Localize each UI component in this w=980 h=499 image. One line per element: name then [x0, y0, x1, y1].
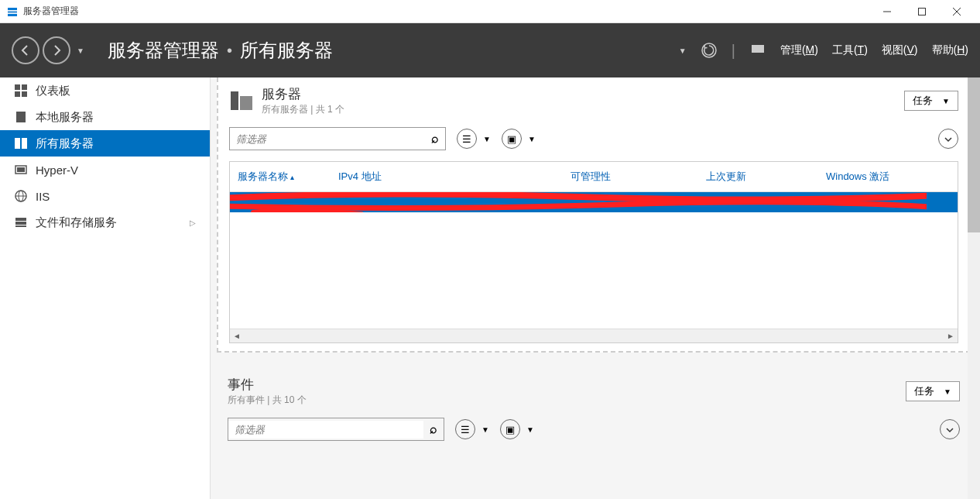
sidebar-item-label: 文件和存储服务 — [36, 215, 117, 230]
sidebar: 仪表板 本地服务器 所有服务器 Hyper-V IIS 文件和存储服务 ▷ — [0, 77, 211, 499]
app-icon — [6, 5, 19, 18]
search-icon[interactable]: ⌕ — [423, 422, 444, 436]
scrollbar-thumb[interactable] — [968, 77, 980, 232]
svg-rect-23 — [231, 91, 238, 110]
horizontal-scrollbar[interactable]: ◄ ► — [230, 329, 958, 342]
window-title: 服务器管理器 — [23, 5, 869, 18]
svg-rect-21 — [15, 222, 26, 225]
svg-rect-0 — [8, 8, 17, 10]
events-subtitle: 所有事件 | 共 10 个 — [228, 394, 906, 407]
servers-icon — [14, 136, 28, 150]
svg-rect-12 — [16, 112, 26, 122]
header-bar: ▼ 服务器管理器 • 所有服务器 ▼ | 管理(M) 工具(T) 视图(V) 帮… — [0, 23, 980, 77]
tools-menu[interactable]: 工具(T) — [832, 43, 868, 57]
svg-rect-13 — [15, 138, 20, 149]
breadcrumb-current: 所有服务器 — [240, 38, 333, 63]
events-title: 事件 — [228, 376, 906, 394]
sidebar-item-iis[interactable]: IIS — [0, 183, 210, 209]
manage-menu[interactable]: 管理(M) — [780, 43, 818, 57]
search-icon[interactable]: ⌕ — [425, 132, 445, 146]
column-ipv4[interactable]: IPv4 地址 — [331, 167, 563, 187]
column-last-update[interactable]: 上次更新 — [698, 167, 818, 187]
events-section: 事件 所有事件 | 共 10 个 任务 ▼ ⌕ ☰ ▼ ▣ ▼ — [217, 368, 971, 459]
servers-title: 服务器 — [262, 85, 904, 103]
maximize-button[interactable] — [904, 0, 939, 23]
table-row[interactable] — [230, 192, 958, 212]
iis-icon — [14, 189, 28, 203]
nav-history-dropdown[interactable]: ▼ — [77, 46, 84, 55]
nav-buttons: ▼ — [12, 36, 84, 64]
svg-rect-24 — [240, 96, 252, 110]
expand-button[interactable] — [938, 129, 958, 149]
column-server-name[interactable]: 服务器名称 — [230, 167, 331, 187]
svg-rect-4 — [918, 8, 925, 15]
breadcrumb-root[interactable]: 服务器管理器 — [108, 38, 219, 63]
servers-filter-input[interactable] — [230, 130, 425, 148]
sidebar-item-hyperv[interactable]: Hyper-V — [0, 157, 210, 183]
view-menu[interactable]: 视图(V) — [882, 43, 918, 57]
svg-rect-11 — [22, 91, 27, 97]
servers-table: 服务器名称 IPv4 地址 可管理性 上次更新 Windows 激活 ◄ ► — [229, 161, 958, 343]
breadcrumb-dropdown[interactable]: ▼ — [679, 46, 687, 55]
hyperv-icon — [14, 163, 28, 177]
minimize-button[interactable] — [869, 0, 904, 23]
sidebar-item-dashboard[interactable]: 仪表板 — [0, 77, 210, 104]
events-filter-row: ⌕ ☰ ▼ ▣ ▼ — [228, 418, 960, 441]
scroll-right-icon[interactable]: ► — [944, 329, 958, 342]
server-icon — [14, 110, 28, 124]
chevron-down-icon[interactable]: ▼ — [483, 135, 491, 143]
nav-forward-button[interactable] — [43, 36, 70, 64]
chevron-down-icon[interactable]: ▼ — [528, 135, 536, 143]
header-right: ▼ | 管理(M) 工具(T) 视图(V) 帮助(H) — [679, 42, 968, 60]
servers-filter-row: ⌕ ☰ ▼ ▣ ▼ — [229, 127, 958, 150]
svg-rect-20 — [15, 218, 26, 221]
sidebar-item-local-server[interactable]: 本地服务器 — [0, 104, 210, 130]
servers-tasks-button[interactable]: 任务 ▼ — [904, 91, 958, 111]
content-area: 服务器 所有服务器 | 共 1 个 任务 ▼ ⌕ ☰ ▼ ▣ ▼ — [211, 77, 980, 499]
sidebar-item-label: 仪表板 — [36, 84, 70, 98]
window-controls — [869, 0, 974, 23]
chevron-right-icon: ▷ — [190, 219, 196, 227]
help-menu[interactable]: 帮助(H) — [932, 43, 968, 57]
column-manageability[interactable]: 可管理性 — [563, 167, 698, 187]
servers-subtitle: 所有服务器 | 共 1 个 — [262, 103, 904, 116]
refresh-button[interactable] — [701, 42, 718, 59]
sidebar-item-label: 本地服务器 — [36, 110, 94, 125]
sidebar-item-storage[interactable]: 文件和存储服务 ▷ — [0, 209, 210, 236]
dashboard-icon — [14, 84, 28, 98]
header-separator: | — [732, 42, 735, 60]
expand-button[interactable] — [940, 419, 960, 439]
nav-back-button[interactable] — [12, 36, 39, 64]
scroll-left-icon[interactable]: ◄ — [230, 329, 244, 342]
chevron-down-icon[interactable]: ▼ — [526, 425, 534, 434]
svg-rect-8 — [15, 84, 20, 90]
column-activation[interactable]: Windows 激活 — [818, 167, 897, 187]
filter-options-button[interactable]: ☰ — [457, 129, 477, 149]
redaction-overlay — [230, 192, 927, 212]
breadcrumb: 服务器管理器 • 所有服务器 — [108, 38, 679, 63]
close-button[interactable] — [939, 0, 974, 23]
svg-rect-22 — [15, 225, 26, 227]
breadcrumb-separator-icon: • — [227, 42, 232, 60]
sidebar-item-all-servers[interactable]: 所有服务器 — [0, 130, 210, 157]
chevron-down-icon: ▼ — [942, 97, 950, 105]
sidebar-item-label: IIS — [36, 190, 50, 203]
servers-filter-wrap: ⌕ — [229, 127, 446, 150]
svg-rect-9 — [22, 84, 27, 90]
servers-section-header: 服务器 所有服务器 | 共 1 个 任务 ▼ — [229, 85, 958, 116]
notifications-button[interactable] — [749, 42, 766, 59]
storage-icon — [14, 215, 28, 229]
chevron-down-icon[interactable]: ▼ — [481, 425, 489, 434]
save-query-button[interactable]: ▣ — [502, 129, 522, 149]
events-filter-wrap: ⌕ — [228, 418, 444, 441]
filter-options-button[interactable]: ☰ — [455, 419, 475, 439]
svg-rect-14 — [22, 138, 27, 149]
window-titlebar: 服务器管理器 — [0, 0, 980, 23]
events-filter-input[interactable] — [228, 421, 423, 439]
svg-rect-2 — [8, 14, 17, 16]
svg-rect-10 — [15, 91, 20, 97]
table-empty-area — [230, 212, 958, 329]
save-query-button[interactable]: ▣ — [500, 419, 520, 439]
vertical-scrollbar[interactable] — [968, 77, 980, 499]
events-tasks-button[interactable]: 任务 ▼ — [906, 381, 960, 401]
